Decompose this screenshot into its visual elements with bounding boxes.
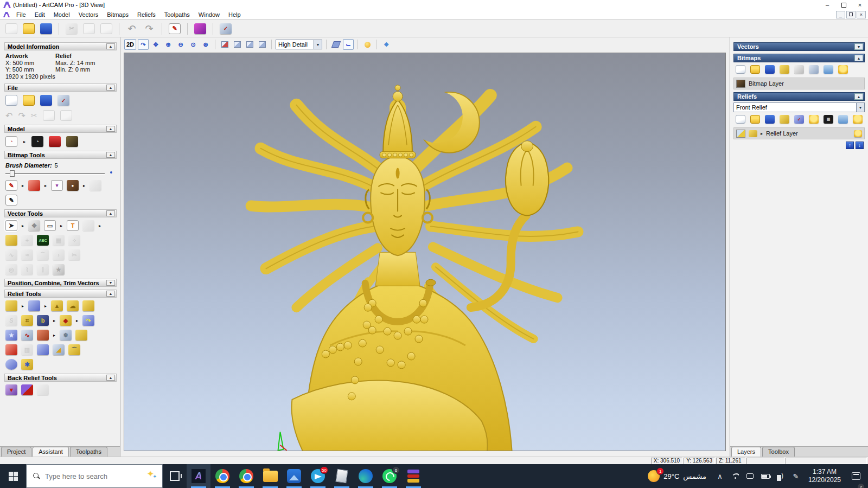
minimize-button[interactable]: –: [819, 0, 835, 10]
new-relief-layer-icon[interactable]: [736, 115, 745, 124]
tab-project[interactable]: Project: [1, 447, 31, 457]
import-model-tool[interactable]: ✓: [58, 95, 69, 106]
action-center-button[interactable]: 2: [846, 472, 866, 480]
nesting-tool[interactable]: ⁘: [68, 235, 80, 246]
select-flyout[interactable]: ▸: [22, 223, 24, 228]
relief-layer-expander[interactable]: ▸: [761, 131, 763, 136]
vectors-header[interactable]: Vectors ▼: [733, 42, 865, 51]
wizard-icon[interactable]: ✓: [219, 22, 233, 35]
image-tool[interactable]: [66, 136, 78, 147]
close-button[interactable]: ×: [852, 0, 868, 10]
interactive-sculpting-tool[interactable]: [5, 344, 17, 355]
relief-tools-header[interactable]: Relief Tools ▲: [4, 290, 117, 298]
sweep-flyout[interactable]: ▸: [53, 333, 55, 338]
collapse-relief-tools-button[interactable]: ▲: [106, 291, 115, 297]
invert-model-tool[interactable]: ◔: [31, 136, 43, 147]
mdi-restore-button[interactable]: [846, 11, 856, 18]
block-copy-tool[interactable]: +: [21, 235, 33, 246]
emboss-wizard-tool[interactable]: b: [37, 315, 49, 326]
wifi-icon[interactable]: [728, 464, 742, 488]
taskbar-telegram[interactable]: 50: [306, 464, 330, 488]
delete-relief-layer-icon[interactable]: [838, 115, 848, 124]
copilot-sparkle-icon[interactable]: ✦✦: [147, 469, 158, 479]
taskbar-explorer[interactable]: [258, 464, 282, 488]
relief-layer-visibility-icon[interactable]: [854, 130, 862, 137]
delete-bitmap-layer-icon[interactable]: [824, 65, 833, 74]
menu-file[interactable]: File: [12, 11, 30, 18]
zoom-in-button[interactable]: ⊕: [163, 39, 174, 50]
measure-tool[interactable]: [5, 235, 17, 246]
rectangle-flyout[interactable]: ▸: [60, 223, 62, 228]
menu-window[interactable]: Window: [194, 11, 224, 18]
view-along-y-button[interactable]: [244, 39, 255, 50]
smooth-relief-tool[interactable]: ☁: [67, 300, 79, 311]
tab-toolbox[interactable]: Toolbox: [762, 447, 795, 457]
two-rail-sweep-tool[interactable]: [37, 330, 49, 341]
menu-toolpaths[interactable]: Toolpaths: [160, 11, 194, 18]
undo-icon[interactable]: ↶: [125, 22, 139, 35]
rotate-view-button[interactable]: ↷: [138, 39, 149, 50]
arc-edit-tool[interactable]: ⌒: [37, 249, 49, 260]
toggle-all-reliefs-icon[interactable]: [853, 115, 863, 124]
relief-film-icon[interactable]: ▦: [824, 115, 833, 124]
erase-tool[interactable]: [28, 180, 40, 191]
menu-help[interactable]: Help: [224, 11, 245, 18]
reference-book-icon[interactable]: [193, 22, 207, 35]
ring-text-tool[interactable]: ◎: [5, 264, 17, 275]
expand-position-button[interactable]: ▼: [106, 280, 115, 286]
collapse-bitmaps-button[interactable]: ▲: [854, 55, 863, 61]
taskbar-photos[interactable]: [282, 464, 306, 488]
move-layer-down-button[interactable]: ↓: [856, 142, 864, 149]
mdi-minimize-button[interactable]: _: [836, 11, 845, 18]
position-combine-trim-header[interactable]: Position, Combine, Trim Vectors ▼: [4, 279, 117, 287]
adjust-model-flyout[interactable]: ▸: [23, 139, 25, 144]
paint-flyout[interactable]: ▸: [22, 183, 24, 188]
tab-assistant[interactable]: Assistant: [33, 447, 69, 457]
open-relief-layer-icon[interactable]: [750, 115, 760, 124]
bitmap-blank-icon[interactable]: [794, 65, 804, 74]
pan-view-button[interactable]: ✥: [150, 39, 161, 50]
notes-icon[interactable]: ✎: [168, 22, 182, 35]
bitmap-layer-item[interactable]: Bitmap Layer: [733, 78, 865, 89]
collapse-bitmap-tools-button[interactable]: ▲: [106, 152, 115, 158]
adjust-model-tool[interactable]: ◔: [5, 136, 17, 147]
reliefs-header[interactable]: Reliefs ▲: [733, 92, 865, 101]
start-button[interactable]: [0, 464, 26, 488]
palette-flyout[interactable]: ▸: [83, 183, 85, 188]
new-model-tool[interactable]: [5, 95, 17, 106]
weather-widget[interactable]: 1 29°C مشمس: [642, 464, 712, 488]
node-edit-tool[interactable]: ∿: [5, 249, 17, 260]
offset-relief-tool[interactable]: [75, 330, 87, 341]
lighting-button[interactable]: [362, 39, 373, 50]
join-vectors-tool[interactable]: ›: [53, 249, 65, 260]
erase-flyout[interactable]: ▸: [44, 183, 47, 188]
detail-dropdown-arrow[interactable]: ▼: [314, 40, 322, 49]
polyline-tool[interactable]: ⌇: [21, 264, 33, 275]
undo-tool[interactable]: ↶: [5, 111, 12, 121]
display-icon[interactable]: [743, 464, 757, 488]
bitmaps-header[interactable]: Bitmaps ▲: [733, 54, 865, 62]
search-input[interactable]: [45, 472, 126, 480]
wrap-relief-tool[interactable]: ⌒: [68, 344, 80, 355]
back-relief-stack-tool[interactable]: [21, 384, 33, 395]
lighting-tool[interactable]: [49, 136, 61, 147]
taskbar-clock[interactable]: 1:37 AM 12/20/2025: [804, 468, 845, 484]
emboss-flyout[interactable]: ▸: [53, 318, 55, 323]
palette-tool[interactable]: ●: [67, 180, 79, 191]
mdi-close-button[interactable]: ×: [857, 11, 866, 18]
sculpt-relief-tool[interactable]: [5, 300, 17, 311]
toggle-2d-view-button[interactable]: 2D: [124, 39, 136, 50]
zoom-previous-button[interactable]: ⊙: [188, 39, 199, 50]
pen-icon[interactable]: ✎: [789, 464, 803, 488]
volume-icon[interactable]: [774, 464, 788, 488]
taskbar-chrome-1[interactable]: [210, 464, 234, 488]
angle-relief-tool[interactable]: ◢: [53, 344, 65, 355]
relief-clay-icon[interactable]: [780, 115, 789, 124]
draw-zero-plane-button[interactable]: [330, 39, 341, 50]
paste-icon[interactable]: [99, 22, 113, 35]
relief-dropdown-arrow[interactable]: ▼: [856, 103, 864, 112]
tray-chevron-button[interactable]: ∧: [713, 464, 727, 488]
envelope-distort-tool[interactable]: ▦: [53, 235, 65, 246]
relief-set-select[interactable]: Front Relief ▼: [733, 102, 865, 112]
brush-diameter-slider[interactable]: [5, 170, 112, 177]
